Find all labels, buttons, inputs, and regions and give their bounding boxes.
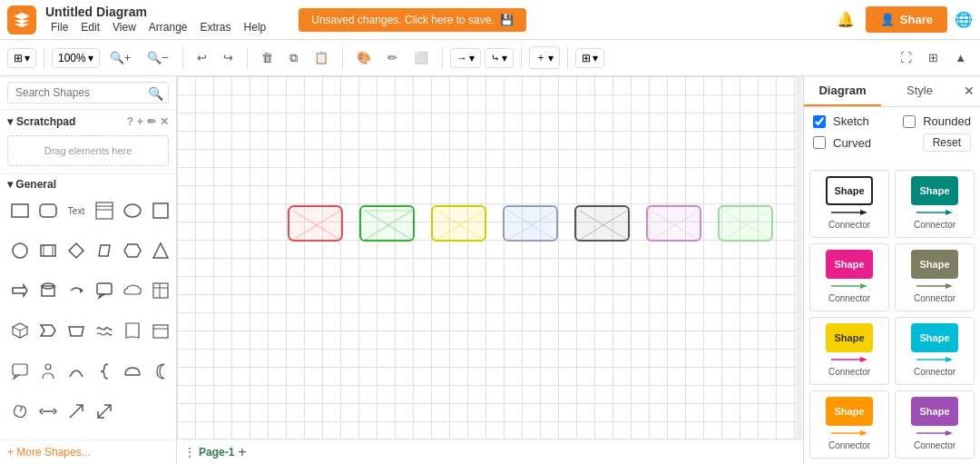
fill-button[interactable]: 🎨 [350,46,377,69]
undo-button[interactable]: ↩ [191,46,213,69]
shape-circle[interactable] [7,238,33,263]
zoom-control[interactable]: 100% ▾ [52,48,100,68]
shape-arc[interactable] [64,359,89,384]
shape-callout-balloon[interactable] [7,359,33,384]
shape-chevron[interactable] [35,318,61,343]
shape-button[interactable]: ⬜ [407,46,435,69]
canvas-shape-purple[interactable] [644,203,703,243]
connector-style[interactable]: → ▾ [450,48,481,68]
table-button[interactable]: ⊞ ▾ [575,48,604,68]
shape-diamond[interactable] [64,238,89,263]
scratchpad-add-icon[interactable]: + [137,115,143,128]
waypoint-style[interactable]: ⤷ ▾ [485,48,514,68]
notifications-button[interactable]: 🔔 [833,7,858,32]
share-button[interactable]: 👤 Share [866,6,947,33]
menu-view[interactable]: View [107,19,142,35]
curved-checkbox[interactable] [813,136,826,149]
unsaved-changes-button[interactable]: Unsaved changes. Click here to save. 💾 [299,8,525,32]
add-page-button[interactable]: + [238,444,246,460]
shape-hexagon[interactable] [120,238,145,263]
shape-ellipse[interactable] [120,198,145,223]
search-input[interactable] [7,82,169,104]
shape-table[interactable] [148,278,173,303]
more-shapes-button[interactable]: + More Shapes... [0,439,176,464]
svg-rect-8 [41,245,55,256]
canvas-area[interactable]: ⋮ Page-1 + [177,76,803,464]
page-menu-button[interactable]: ⋮ [184,446,195,459]
general-section-header[interactable]: ▾ General [0,173,176,194]
style-card-1[interactable]: Shape Connector [895,170,975,238]
style-card-4[interactable]: Shape Connector [809,317,889,385]
shape-triangle[interactable] [148,238,173,263]
scratchpad-edit-icon[interactable]: ✏ [147,115,156,128]
shape-brace[interactable] [92,359,117,384]
menu-extras[interactable]: Extras [195,19,237,35]
sketch-checkbox[interactable] [813,115,826,128]
canvas-shape-red[interactable] [286,203,345,243]
shape-document[interactable] [120,318,145,343]
shape-process[interactable] [35,238,61,263]
scratchpad-help-icon[interactable]: ? [127,115,133,128]
reset-button[interactable]: Reset [923,133,971,152]
menu-arrange[interactable]: Arrange [143,19,193,35]
shape-arrows[interactable] [35,399,61,424]
separator3 [247,47,248,69]
stroke-button[interactable]: ✏ [381,46,404,69]
style-card-6[interactable]: Shape Connector [809,390,889,459]
shape-person[interactable] [35,359,61,384]
canvas-shape-green[interactable] [358,203,416,243]
canvas-shape-dark[interactable] [573,203,632,243]
tab-diagram[interactable]: Diagram [804,76,881,106]
shape-rectangle[interactable] [7,198,33,223]
panel-toggle[interactable]: ⊞ ▾ [7,48,36,68]
zoom-out-button[interactable]: 🔍− [141,46,175,69]
shape-rounded-rect[interactable] [35,198,61,223]
close-panel-button[interactable]: ✕ [958,76,980,106]
shape-square[interactable] [148,198,173,223]
shape-text[interactable]: Text [64,198,89,223]
style-card-0[interactable]: Shape Connector [809,170,889,238]
shape-cube[interactable] [7,318,33,343]
redo-button[interactable]: ↪ [217,46,240,69]
shape-arrow-right[interactable] [7,278,33,303]
style-card-5[interactable]: Shape Connector [895,317,975,385]
shape-parallelogram[interactable] [92,238,117,263]
shape-half-circle[interactable] [120,359,145,384]
shape-frame[interactable] [148,318,173,343]
canvas-shape-yellow[interactable] [429,203,488,243]
shape-diagonal-arrow[interactable] [64,399,89,424]
add-button[interactable]: ＋ ▾ [529,46,560,69]
shape-wave[interactable] [92,318,117,343]
style-card-7[interactable]: Shape Connector [895,390,975,459]
shape-cylinder[interactable] [35,278,61,303]
canvas-shape-lightgreen[interactable] [716,203,775,243]
shape-trapezoid[interactable] [64,318,89,343]
shape-moon[interactable] [148,359,173,384]
delete-button[interactable]: 🗑 [255,46,279,69]
vertical-scrollbar[interactable] [796,76,803,464]
paste-button[interactable]: 📋 [308,46,335,69]
rounded-checkbox[interactable] [903,115,916,128]
shape-spiral[interactable] [7,399,33,424]
style-card-2[interactable]: Shape Connector [809,243,889,311]
shape-note[interactable] [92,198,117,223]
scratchpad-close-icon[interactable]: ✕ [160,115,169,128]
scratchpad-collapse-icon[interactable]: ▾ [7,115,13,128]
zoom-in-button[interactable]: 🔍+ [103,46,138,69]
format-button[interactable]: ⊞ [922,46,945,69]
shape-cloud[interactable] [120,278,145,303]
menu-help[interactable]: Help [239,19,272,35]
collapse-button[interactable]: ▲ [948,46,973,69]
tab-style[interactable]: Style [881,76,958,106]
menu-file[interactable]: File [45,19,74,35]
shape-curved-arrow[interactable] [64,278,89,303]
fullscreen-button[interactable]: ⛶ [894,46,918,69]
canvas-shape-blue[interactable] [501,203,560,243]
copy-button[interactable]: ⧉ [283,46,304,70]
shape-arrow-up-right[interactable] [92,399,117,424]
menu-edit[interactable]: Edit [75,19,105,35]
shape-callout[interactable] [92,278,117,303]
page-tab[interactable]: Page-1 [199,446,234,459]
style-card-3[interactable]: Shape Connector [895,243,975,311]
language-button[interactable]: 🌐 [955,11,973,28]
